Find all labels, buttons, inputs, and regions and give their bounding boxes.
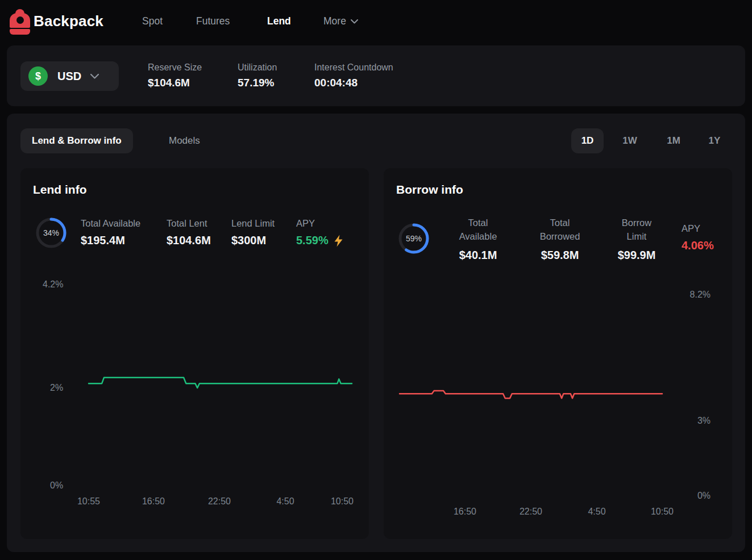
backpack-logo-icon[interactable]	[10, 9, 30, 35]
borrow-card-title: Borrow info	[396, 183, 463, 197]
lightning-bolt-icon	[333, 235, 344, 247]
chevron-down-icon	[90, 74, 99, 79]
gauge-percent-label: 34%	[35, 217, 67, 249]
x-tick: 10:50	[644, 507, 680, 517]
lend-stat-lend-limit: Lend Limit $300M	[231, 218, 275, 247]
range-button-1d[interactable]: 1D	[571, 128, 604, 153]
borrow-utilization-gauge: 59%	[398, 223, 430, 254]
borrow-apy-value: 4.06%	[682, 239, 714, 252]
gauge-percent-label: 59%	[398, 223, 430, 254]
y-tick: 8.2%	[674, 290, 711, 300]
x-tick: 22:50	[513, 507, 549, 517]
stat-label: Reserve Size	[148, 62, 202, 73]
nav-item-spot[interactable]: Spot	[142, 15, 163, 27]
asset-selector-label: USD	[57, 70, 81, 83]
borrow-stat-total-borrowed: TotalBorrowed $59.8M	[520, 216, 600, 262]
asset-selector[interactable]: $ USD	[20, 61, 119, 91]
nav-item-more[interactable]: More	[323, 15, 358, 27]
lend-stat-total-lent: Total Lent $104.6M	[167, 218, 211, 247]
stat-interest-countdown: Interest Countdown 00:04:48	[314, 62, 393, 89]
main-panel: Lend & Borrow info Models 1D 1W 1M 1Y Le…	[7, 114, 745, 552]
nav-item-lend[interactable]: Lend	[267, 15, 291, 27]
stat-label: Utilization	[238, 62, 277, 73]
chevron-down-icon	[351, 19, 358, 24]
borrow-info-card: Borrow info 59% TotalAvailable $40.1M To…	[384, 168, 732, 539]
lend-apy-value: 5.59%	[296, 234, 329, 247]
range-button-1w[interactable]: 1W	[616, 128, 644, 153]
brand-name[interactable]: Backpack	[34, 12, 103, 30]
x-tick: 16:50	[447, 507, 483, 517]
borrow-stat-apy: APY 4.06%	[682, 223, 714, 252]
x-tick: 22:50	[201, 496, 238, 507]
lend-info-card: Lend info 34% Total Available $195.4M To…	[20, 168, 369, 539]
tab-lend-borrow-info[interactable]: Lend & Borrow info	[20, 128, 133, 153]
x-tick: 4:50	[579, 507, 615, 517]
range-button-1y[interactable]: 1Y	[700, 128, 729, 153]
asset-stats-panel: $ USD Reserve Size $104.6M Utilization 5…	[7, 45, 745, 106]
y-tick: 3%	[674, 416, 711, 426]
lend-card-title: Lend info	[33, 183, 86, 197]
borrow-stat-total-available: TotalAvailable $40.1M	[438, 216, 518, 262]
y-tick: 0%	[674, 491, 711, 501]
stat-value: $104.6M	[148, 77, 202, 89]
tab-models[interactable]: Models	[157, 128, 211, 153]
stat-label: Interest Countdown	[314, 62, 393, 73]
y-tick: 4.2%	[43, 279, 63, 290]
x-tick: 10:55	[70, 496, 107, 507]
y-tick: 2%	[50, 383, 63, 393]
lend-stat-apy: APY 5.59%	[296, 218, 344, 247]
stat-utilization: Utilization 57.19%	[238, 62, 277, 89]
nav-item-futures[interactable]: Futures	[196, 15, 230, 27]
borrow-stat-borrow-limit: BorrowLimit $99.9M	[597, 216, 676, 262]
y-tick: 0%	[50, 480, 63, 491]
stat-value: 00:04:48	[314, 77, 393, 89]
stat-reserve-size: Reserve Size $104.6M	[148, 62, 202, 89]
lend-utilization-gauge: 34%	[35, 217, 67, 249]
lend-stat-total-available: Total Available $195.4M	[81, 218, 140, 247]
range-button-1m[interactable]: 1M	[659, 128, 688, 153]
stat-value: 57.19%	[238, 77, 277, 89]
x-tick: 10:50	[324, 496, 360, 507]
dollar-icon: $	[28, 66, 48, 86]
x-tick: 16:50	[135, 496, 172, 507]
x-tick: 4:50	[267, 496, 304, 507]
top-nav: Backpack Spot Futures Lend More	[0, 0, 752, 44]
